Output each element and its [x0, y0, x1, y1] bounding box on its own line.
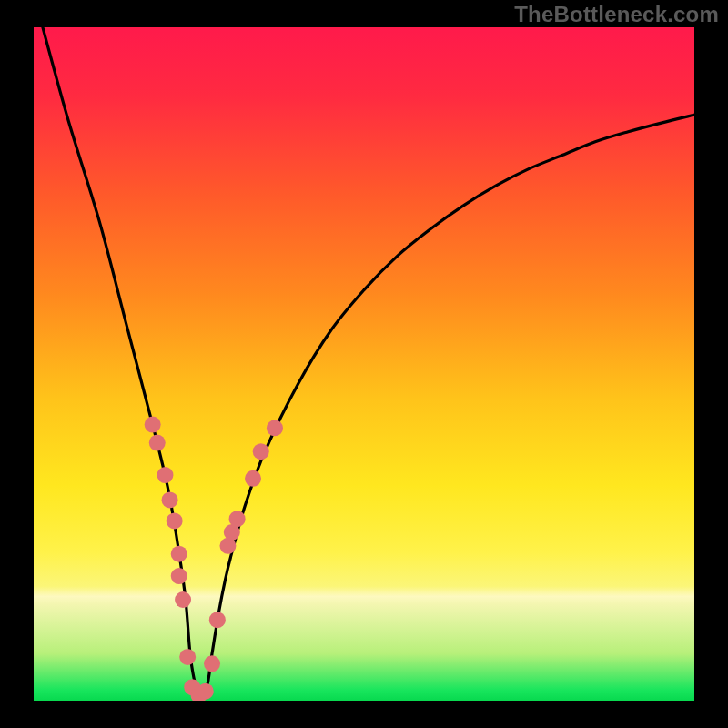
- data-marker: [171, 568, 187, 584]
- data-marker: [149, 435, 166, 451]
- data-marker: [197, 683, 214, 700]
- data-marker: [179, 649, 196, 665]
- data-marker: [245, 470, 261, 487]
- plot-area: [34, 27, 694, 701]
- data-marker: [209, 612, 226, 628]
- plot-svg: [34, 27, 694, 701]
- data-marker: [229, 511, 246, 527]
- chart-frame: TheBottleneck.com: [0, 0, 728, 728]
- data-marker: [175, 592, 191, 608]
- data-marker: [171, 546, 187, 562]
- data-marker: [157, 467, 173, 483]
- data-marker: [267, 420, 283, 436]
- data-marker: [204, 655, 220, 672]
- data-marker: [162, 491, 178, 508]
- data-marker: [167, 512, 183, 529]
- watermark-text: TheBottleneck.com: [514, 2, 719, 27]
- data-marker: [253, 443, 269, 460]
- data-marker: [145, 417, 161, 433]
- gradient-background: [34, 27, 694, 701]
